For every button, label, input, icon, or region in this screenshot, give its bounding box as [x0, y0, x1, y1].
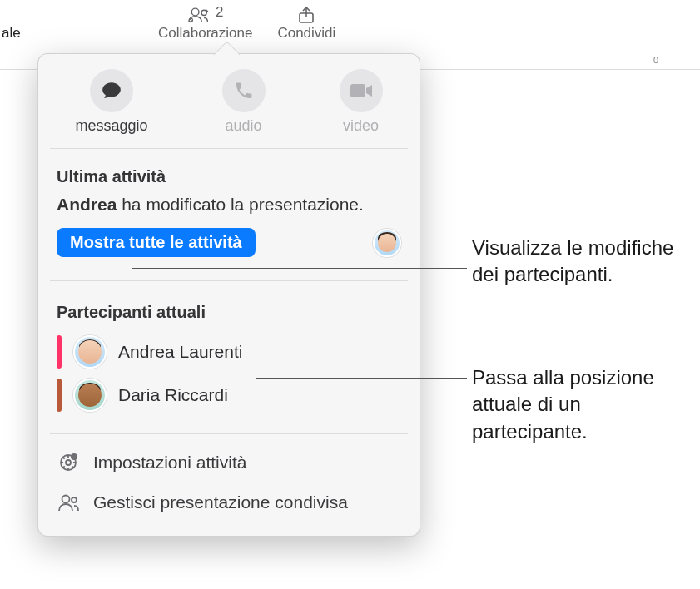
svg-point-0	[191, 8, 199, 16]
top-toolbar: 2 Collaborazione Condividi	[0, 0, 700, 52]
participants-list: Andrea Laurenti Daria Riccardi	[57, 330, 401, 417]
activity-section: Ultima attività Andrea ha modificato la …	[38, 154, 420, 272]
activity-avatar[interactable]	[373, 229, 401, 257]
callout-text: Visualizza le modifiche dei partecipanti…	[472, 235, 680, 289]
ruler-tick: 0	[653, 52, 658, 69]
show-all-activity-button[interactable]: Mostra tutte le attività	[57, 228, 256, 257]
toolbar-share-button[interactable]: Condividi	[277, 0, 335, 52]
svg-point-9	[72, 497, 77, 502]
message-label: messaggio	[75, 117, 147, 135]
participant-row[interactable]: Andrea Laurenti	[57, 330, 401, 374]
participant-row[interactable]: Daria Riccardi	[57, 374, 401, 417]
svg-rect-4	[350, 84, 365, 97]
audio-label: audio	[225, 117, 261, 135]
people-manage-icon	[57, 493, 79, 512]
avatar	[73, 379, 107, 412]
video-button[interactable]: video	[340, 69, 383, 135]
participant-name: Andrea Laurenti	[118, 342, 242, 362]
communication-row: messaggio audio video	[38, 54, 420, 143]
video-label: video	[343, 117, 379, 135]
divider	[50, 148, 408, 149]
activity-section-title: Ultima attività	[57, 167, 401, 186]
participant-color	[57, 379, 62, 412]
divider	[50, 280, 408, 281]
message-button[interactable]: messaggio	[75, 69, 147, 135]
callout-leader	[256, 378, 467, 379]
activity-line: Andrea ha modificato la presentazione.	[57, 195, 401, 215]
activity-actor: Andrea	[57, 195, 117, 214]
audio-button[interactable]: audio	[222, 69, 266, 135]
people-icon	[187, 5, 211, 25]
avatar	[73, 335, 107, 369]
phone-icon	[234, 81, 254, 101]
divider	[50, 433, 408, 434]
activity-settings-label: Impostazioni attività	[93, 453, 246, 473]
collaboration-popover: messaggio audio video Ultima attività An	[37, 53, 420, 537]
gear-badge-icon	[58, 453, 78, 473]
message-icon	[101, 80, 122, 101]
footer-list: Impostazioni attività Gestisci presentaz…	[38, 443, 420, 536]
collaboration-count: 2	[216, 4, 223, 21]
toolbar-collaboration-button[interactable]: 2 Collaborazione	[158, 0, 252, 52]
participants-section: Partecipanti attuali Andrea Laurenti Dar…	[38, 290, 420, 425]
activity-suffix: ha modificato la presentazione.	[117, 195, 364, 214]
activity-settings-button[interactable]: Impostazioni attività	[57, 443, 401, 483]
svg-point-6	[66, 460, 71, 465]
manage-shared-label: Gestisci presentazione condivisa	[93, 492, 348, 512]
video-icon	[350, 82, 373, 99]
participants-title: Partecipanti attuali	[57, 303, 401, 322]
svg-point-8	[62, 496, 70, 503]
share-label: Condividi	[277, 25, 335, 42]
share-icon	[295, 5, 318, 25]
participant-name: Daria Riccardi	[118, 385, 228, 405]
svg-point-7	[71, 453, 77, 460]
callout-leader	[132, 268, 467, 269]
collaboration-label: Collaborazione	[158, 25, 252, 42]
callout-text: Passa alla posizione attuale di un parte…	[472, 364, 697, 445]
svg-point-1	[201, 10, 206, 15]
manage-shared-button[interactable]: Gestisci presentazione condivisa	[57, 483, 401, 522]
participant-color	[57, 335, 62, 369]
